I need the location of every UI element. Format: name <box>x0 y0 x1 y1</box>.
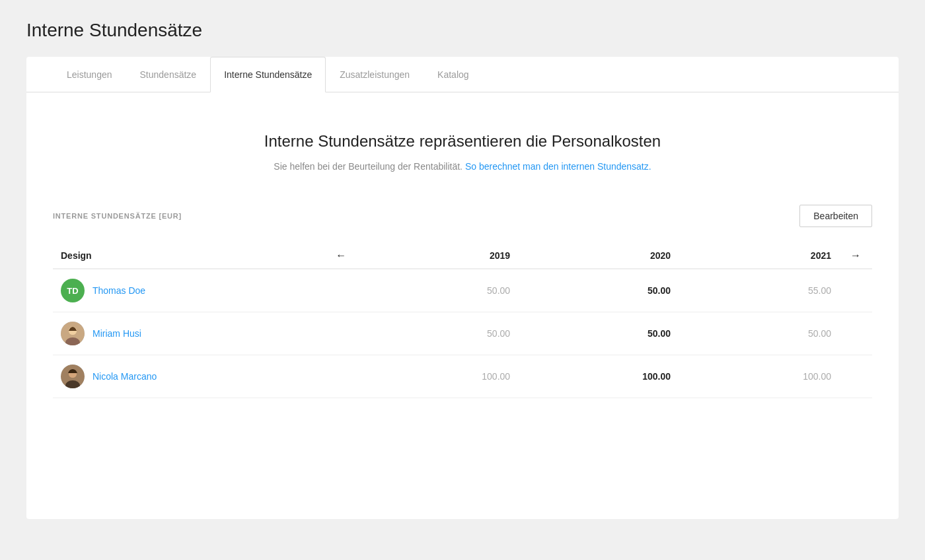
rate-thomas-doe-2020: 50.00 <box>518 269 679 312</box>
rates-table: Design ← 2019 2020 2021 → TDThomas <box>53 243 872 398</box>
arrow-spacer <box>324 355 357 398</box>
col-year-2019: 2019 <box>357 243 518 269</box>
col-year-2021: 2021 <box>679 243 839 269</box>
rate-miriam-husi-2021: 50.00 <box>679 312 839 355</box>
hero-section: Interne Stundensätze repräsentieren die … <box>53 132 872 172</box>
page-wrapper: Interne Stundensätze LeistungenStundensä… <box>0 0 925 560</box>
col-next-arrow[interactable]: → <box>839 243 872 269</box>
end-spacer <box>839 355 872 398</box>
tabs-bar: LeistungenStundensätzeInterne Stundensät… <box>26 57 899 92</box>
edit-button[interactable]: Bearbeiten <box>799 205 872 227</box>
rate-nicola-marcano-2019: 100.00 <box>357 355 518 398</box>
col-group-label: Design <box>61 250 92 261</box>
hero-subtitle-text: Sie helfen bei der Beurteilung der Renta… <box>274 161 462 172</box>
employee-cell-miriam-husi: Miriam Husi <box>53 312 324 355</box>
rate-miriam-husi-2020: 50.00 <box>518 312 679 355</box>
section-label: INTERNE STUNDENSÄTZE [EUR] <box>53 212 182 220</box>
table-body: TDThomas Doe50.0050.0055.00 Miriam Husi5… <box>53 269 872 398</box>
avatar-nicola-marcano <box>61 365 85 388</box>
prev-arrow-icon[interactable]: ← <box>336 250 346 261</box>
tab-stundensaetze[interactable]: Stundensätze <box>126 57 211 92</box>
rate-nicola-marcano-2021: 100.00 <box>679 355 839 398</box>
table-row: Miriam Husi50.0050.0050.00 <box>53 312 872 355</box>
employee-name-thomas-doe[interactable]: Thomas Doe <box>92 285 145 296</box>
main-content: Interne Stundensätze repräsentieren die … <box>26 92 899 425</box>
tab-zusatzleistungen[interactable]: Zusatzleistungen <box>326 57 424 92</box>
hero-subtitle: Sie helfen bei der Beurteilung der Renta… <box>53 161 872 172</box>
rate-nicola-marcano-2020: 100.00 <box>518 355 679 398</box>
main-card: LeistungenStundensätzeInterne Stundensät… <box>26 57 899 519</box>
table-row: Nicola Marcano100.00100.00100.00 <box>53 355 872 398</box>
page-title: Interne Stundensätze <box>26 20 899 41</box>
arrow-spacer <box>324 269 357 312</box>
tab-leistungen[interactable]: Leistungen <box>53 57 126 92</box>
arrow-spacer <box>324 312 357 355</box>
hero-title: Interne Stundensätze repräsentieren die … <box>53 132 872 151</box>
end-spacer <box>839 269 872 312</box>
table-row: TDThomas Doe50.0050.0055.00 <box>53 269 872 312</box>
next-arrow-icon[interactable]: → <box>850 250 861 261</box>
employee-name-nicola-marcano[interactable]: Nicola Marcano <box>92 371 157 382</box>
tab-interne-stundensaetze[interactable]: Interne Stundensätze <box>210 57 326 92</box>
avatar-thomas-doe: TD <box>61 279 85 302</box>
end-spacer <box>839 312 872 355</box>
col-group: Design <box>53 243 324 269</box>
employee-cell-nicola-marcano: Nicola Marcano <box>53 355 324 398</box>
table-header: Design ← 2019 2020 2021 → <box>53 243 872 269</box>
rate-thomas-doe-2019: 50.00 <box>357 269 518 312</box>
section-header: INTERNE STUNDENSÄTZE [EUR] Bearbeiten <box>53 205 872 227</box>
employee-name-miriam-husi[interactable]: Miriam Husi <box>92 328 141 339</box>
table-header-row: Design ← 2019 2020 2021 → <box>53 243 872 269</box>
col-year-2020: 2020 <box>518 243 679 269</box>
avatar-miriam-husi <box>61 322 85 345</box>
rate-miriam-husi-2019: 50.00 <box>357 312 518 355</box>
col-prev-arrow[interactable]: ← <box>324 243 357 269</box>
rate-thomas-doe-2021: 55.00 <box>679 269 839 312</box>
employee-cell-thomas-doe: TDThomas Doe <box>53 269 324 312</box>
tab-katalog[interactable]: Katalog <box>424 57 482 92</box>
hero-link[interactable]: So berechnet man den internen Stundensat… <box>465 161 651 172</box>
